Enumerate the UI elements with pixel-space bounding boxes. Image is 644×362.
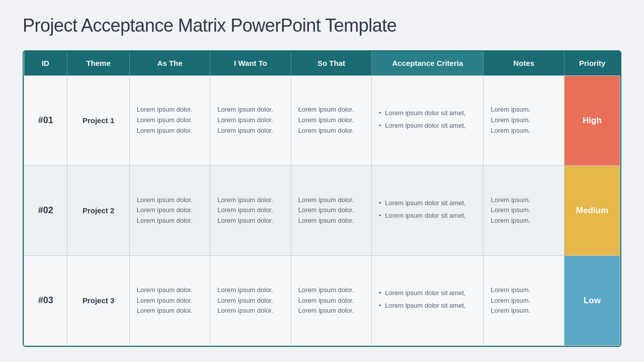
table-row: #01Project 1Lorem ipsum dolor.Lorem ipsu… — [24, 75, 620, 165]
header-asthe: As The — [129, 51, 210, 75]
row-criteria: Lorem ipsum dolor sit amet,Lorem ipsum d… — [372, 165, 484, 255]
header-priority: Priority — [564, 51, 620, 75]
row-sothat: Lorem ipsum dolor.Lorem ipsum dolor.Lore… — [291, 255, 371, 345]
row-notes: Lorem ipsum.Lorem ipsum.Lorem ipsum. — [484, 165, 564, 255]
criteria-item: Lorem ipsum dolor sit amet, — [379, 121, 476, 131]
row-sothat: Lorem ipsum dolor.Lorem ipsum dolor.Lore… — [291, 165, 371, 255]
header-theme: Theme — [67, 51, 129, 75]
row-notes: Lorem ipsum.Lorem ipsum.Lorem ipsum. — [484, 255, 564, 345]
row-iwantto: Lorem ipsum dolor.Lorem ipsum dolor.Lore… — [210, 255, 291, 345]
page-title: Project Acceptance Matrix PowerPoint Tem… — [23, 15, 621, 36]
page: Project Acceptance Matrix PowerPoint Tem… — [0, 0, 644, 362]
row-criteria: Lorem ipsum dolor sit amet,Lorem ipsum d… — [372, 255, 484, 345]
row-theme: Project 1 — [67, 75, 129, 165]
row-notes: Lorem ipsum.Lorem ipsum.Lorem ipsum. — [484, 75, 564, 165]
criteria-item: Lorem ipsum dolor sit amet, — [379, 108, 476, 119]
matrix-table-container: ID Theme As The I Want To So That Accept… — [23, 50, 621, 347]
table-row: #02Project 2Lorem ipsum dolor.Lorem ipsu… — [24, 165, 620, 255]
criteria-item: Lorem ipsum dolor sit amet, — [379, 198, 476, 209]
row-sothat: Lorem ipsum dolor.Lorem ipsum dolor.Lore… — [291, 75, 371, 165]
row-id: #03 — [24, 255, 67, 345]
table-header-row: ID Theme As The I Want To So That Accept… — [24, 51, 620, 75]
row-id: #01 — [24, 75, 67, 165]
row-iwantto: Lorem ipsum dolor.Lorem ipsum dolor.Lore… — [210, 165, 291, 255]
row-priority: Low — [564, 255, 620, 345]
acceptance-matrix-table: ID Theme As The I Want To So That Accept… — [24, 51, 620, 346]
header-id: ID — [24, 51, 67, 75]
criteria-item: Lorem ipsum dolor sit amet, — [379, 288, 476, 299]
row-asthe: Lorem ipsum dolor.Lorem ipsum dolor.Lore… — [129, 75, 210, 165]
row-criteria: Lorem ipsum dolor sit amet,Lorem ipsum d… — [372, 75, 484, 165]
criteria-item: Lorem ipsum dolor sit amet, — [379, 301, 476, 311]
row-asthe: Lorem ipsum dolor.Lorem ipsum dolor.Lore… — [129, 165, 210, 255]
row-theme: Project 3 — [67, 255, 129, 345]
row-priority: High — [564, 75, 620, 165]
header-criteria: Acceptance Criteria — [372, 51, 484, 75]
header-notes: Notes — [484, 51, 564, 75]
criteria-item: Lorem ipsum dolor sit amet, — [379, 211, 476, 221]
row-id: #02 — [24, 165, 67, 255]
row-asthe: Lorem ipsum dolor.Lorem ipsum dolor.Lore… — [129, 255, 210, 345]
row-theme: Project 2 — [67, 165, 129, 255]
header-sothat: So That — [291, 51, 371, 75]
row-iwantto: Lorem ipsum dolor.Lorem ipsum dolor.Lore… — [210, 75, 291, 165]
table-row: #03Project 3Lorem ipsum dolor.Lorem ipsu… — [24, 255, 620, 345]
header-iwantto: I Want To — [210, 51, 291, 75]
row-priority: Medium — [564, 165, 620, 255]
